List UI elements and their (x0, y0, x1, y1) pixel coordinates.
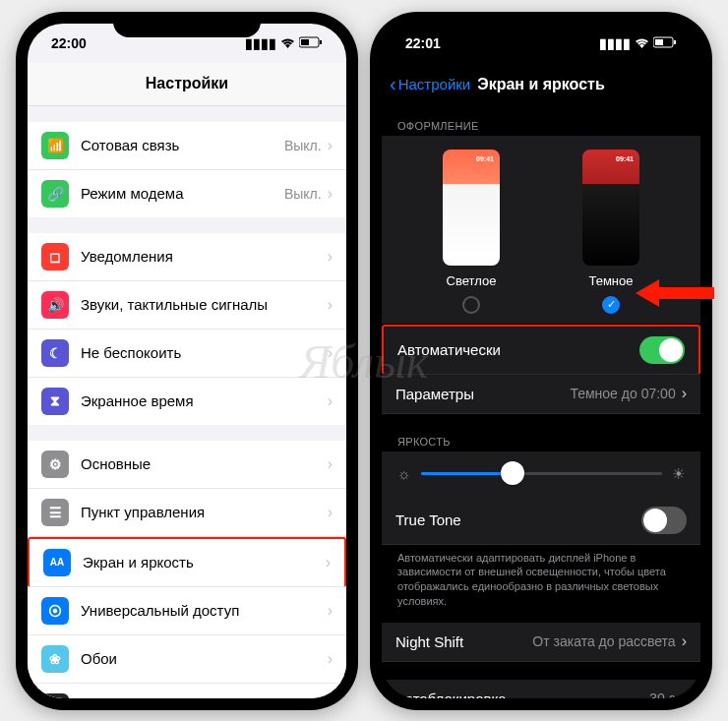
appearance-header: ОФОРМЛЕНИЕ (382, 116, 700, 136)
row-label: Экранное время (81, 392, 328, 409)
automatic-toggle[interactable] (639, 336, 685, 364)
chevron-right-icon: › (328, 344, 333, 362)
status-indicators: ▮▮▮▮ (245, 35, 323, 51)
svg-rect-4 (655, 39, 663, 45)
screen-display-brightness: 22:01 ▮▮▮▮ ‹ Настройки Экран и яркость О… (382, 24, 700, 698)
light-preview: 09:41 (443, 150, 500, 266)
row-value: Выкл. (284, 138, 322, 153)
dark-preview: 09:41 (582, 150, 639, 266)
chevron-right-icon: › (682, 632, 687, 650)
autolock-value: 30 с (649, 691, 675, 697)
automatic-row[interactable]: Автоматически (382, 325, 700, 375)
nightshift-row[interactable]: Night Shift От заката до рассвета › (382, 623, 700, 662)
light-radio[interactable] (462, 296, 480, 314)
AA-icon: AA (43, 549, 71, 576)
chevron-right-icon: › (328, 504, 333, 521)
settings-row-уведомления[interactable]: ◻Уведомления› (28, 233, 346, 281)
chevron-right-icon: › (682, 690, 687, 697)
row-label: Сотовая связь (81, 137, 284, 153)
brightness-slider[interactable] (421, 472, 662, 475)
nightshift-label: Night Shift (395, 633, 532, 650)
phone-right: 22:01 ▮▮▮▮ ‹ Настройки Экран и яркость О… (370, 12, 712, 710)
nav-bar: ‹ Настройки Экран и яркость (382, 63, 700, 106)
appearance-dark-option[interactable]: 09:41 Темное ✓ (582, 150, 639, 314)
chevron-right-icon: › (328, 650, 333, 668)
nav-bar: Настройки (28, 63, 346, 106)
dark-label: Темное (588, 273, 633, 288)
svg-rect-1 (301, 39, 309, 45)
chevron-right-icon: › (328, 137, 333, 154)
flower-icon: ❀ (41, 645, 69, 673)
slider-knob[interactable] (501, 461, 524, 485)
settings-row-режим-модема[interactable]: 🔗Режим модемаВыкл.› (28, 170, 346, 217)
link-icon: 🔗 (41, 180, 69, 208)
signal-icon: ▮▮▮▮ (245, 35, 276, 51)
switches-icon: ☰ (41, 499, 69, 526)
settings-row-экранное-время[interactable]: ⧗Экранное время› (28, 378, 346, 425)
chevron-right-icon: › (682, 385, 687, 402)
settings-row-универсальный-доступ[interactable]: ⦿Универсальный доступ› (28, 587, 346, 635)
svg-marker-6 (636, 279, 714, 307)
truetone-label: True Tone (395, 511, 641, 528)
battery-icon (653, 35, 677, 51)
settings-row-звуки-тактильные-сигналы[interactable]: 🔊Звуки, тактильные сигналы› (28, 281, 346, 330)
autolock-label: Автоблокировка (395, 691, 649, 698)
screen-settings: 22:00 ▮▮▮▮ Настройки 📶Сотовая связьВыкл.… (28, 24, 346, 698)
settings-row-основные[interactable]: ⚙Основные› (28, 441, 346, 489)
back-label: Настройки (398, 76, 471, 92)
row-label: Звуки, тактильные сигналы (81, 296, 328, 313)
dark-radio[interactable]: ✓ (602, 296, 620, 314)
bell-icon: ◻ (41, 243, 69, 270)
autolock-row[interactable]: Автоблокировка 30 с › (382, 680, 700, 698)
hourglass-icon: ⧗ (41, 388, 69, 415)
nav-title: Экран и яркость (477, 76, 605, 93)
moon-icon: ☾ (41, 339, 69, 367)
settings-row-сотовая-связь[interactable]: 📶Сотовая связьВыкл.› (28, 122, 346, 170)
nightshift-value: От заката до рассвета (532, 633, 675, 649)
phone-left: 22:00 ▮▮▮▮ Настройки 📶Сотовая связьВыкл.… (16, 12, 358, 710)
sun-high-icon: ☀ (672, 465, 685, 483)
speaker-icon: 🔊 (41, 291, 69, 319)
sun-low-icon: ☼ (397, 465, 411, 482)
display-content[interactable]: ОФОРМЛЕНИЕ 09:41 Светлое 09:41 Темное ✓ … (382, 106, 700, 698)
row-label: Не беспокоить (81, 344, 328, 361)
siri-icon: ◉ (41, 693, 69, 698)
svg-rect-5 (674, 40, 676, 44)
wifi-icon (280, 35, 295, 51)
row-label: Экран и яркость (83, 554, 326, 571)
truetone-toggle[interactable] (641, 507, 687, 534)
notch (113, 12, 261, 37)
settings-row-не-беспокоить[interactable]: ☾Не беспокоить› (28, 330, 346, 378)
appearance-light-option[interactable]: 09:41 Светлое (443, 150, 500, 314)
slider-fill (421, 472, 513, 475)
back-button[interactable]: ‹ Настройки (390, 73, 470, 95)
row-label: Режим модема (81, 185, 284, 202)
notch (467, 12, 615, 37)
row-label: Обои (81, 650, 328, 667)
chevron-left-icon: ‹ (390, 73, 396, 95)
settings-row-экран-и-яркость[interactable]: AAЭкран и яркость› (28, 537, 346, 587)
chevron-right-icon: › (328, 455, 333, 473)
settings-row-обои[interactable]: ❀Обои› (28, 635, 346, 684)
settings-list[interactable]: 📶Сотовая связьВыкл.›🔗Режим модемаВыкл.›◻… (28, 106, 346, 698)
chevron-right-icon: › (326, 554, 331, 571)
settings-row-пункт-управления[interactable]: ☰Пункт управления› (28, 489, 346, 537)
chevron-right-icon: › (328, 296, 333, 314)
options-value: Темное до 07:00 (570, 386, 675, 401)
nav-title: Настройки (146, 75, 228, 92)
chevron-right-icon: › (328, 602, 333, 620)
settings-row-siri-и-поиск[interactable]: ◉Siri и Поиск› (28, 684, 346, 698)
svg-rect-2 (320, 40, 322, 44)
status-time: 22:00 (51, 35, 87, 51)
truetone-row[interactable]: True Tone (382, 497, 700, 545)
brightness-header: ЯРКОСТЬ (382, 432, 700, 451)
chevron-right-icon: › (328, 185, 333, 203)
automatic-label: Автоматически (397, 341, 639, 358)
options-row[interactable]: Параметры Темное до 07:00 › (382, 375, 700, 414)
signal-icon: ▮▮▮▮ (599, 35, 631, 51)
person-icon: ⦿ (41, 597, 69, 625)
annotation-arrow (636, 273, 714, 313)
wifi-icon (635, 35, 649, 51)
row-label: Уведомления (81, 248, 328, 265)
row-label: Универсальный доступ (81, 602, 328, 619)
